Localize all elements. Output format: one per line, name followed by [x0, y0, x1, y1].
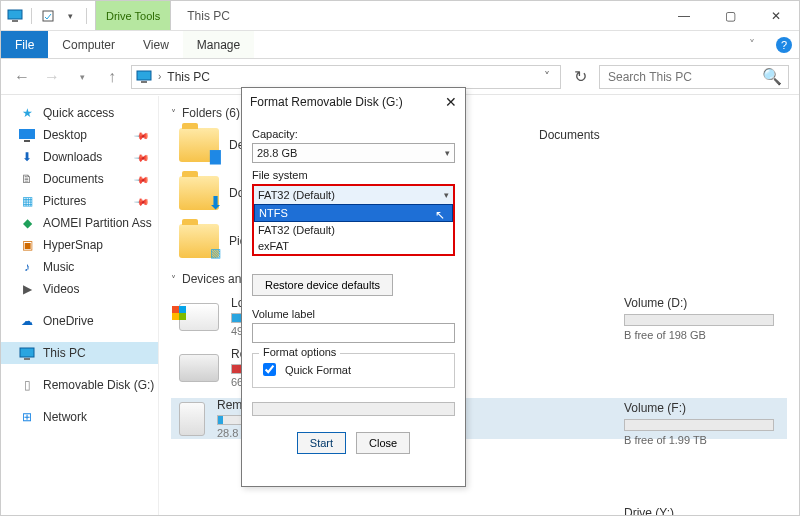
start-button[interactable]: Start [297, 432, 346, 454]
chevron-down-icon: ˅ [171, 108, 176, 119]
drive-icon [179, 303, 219, 331]
svg-rect-7 [20, 348, 34, 357]
properties-icon[interactable] [38, 6, 58, 26]
minimize-button[interactable]: — [661, 1, 707, 30]
folder-icon: ▧ [179, 224, 219, 258]
address-history-dropdown[interactable]: ˅ [538, 70, 556, 84]
app-icon: ▣ [19, 237, 35, 253]
address-bar[interactable]: › This PC ˅ [131, 65, 561, 89]
onedrive-icon: ☁ [19, 313, 35, 329]
network-icon: ⊞ [19, 409, 35, 425]
nav-desktop[interactable]: Desktop📌 [1, 124, 158, 146]
maximize-button[interactable]: ▢ [707, 1, 753, 30]
tab-manage[interactable]: Manage [183, 31, 254, 58]
fs-option-exfat[interactable]: exFAT [254, 238, 453, 254]
chevron-down-icon: ▾ [445, 148, 450, 158]
pin-icon: 📌 [134, 127, 150, 143]
volume-label-label: Volume label [252, 308, 455, 320]
folder-icon [179, 176, 219, 210]
forward-button[interactable]: → [41, 66, 63, 88]
nav-videos[interactable]: ▶ Videos [1, 278, 158, 300]
documents-icon: 🗎 [19, 171, 35, 187]
drive-icon [179, 354, 219, 382]
back-button[interactable]: ← [11, 66, 33, 88]
nav-downloads[interactable]: ⬇ Downloads📌 [1, 146, 158, 168]
recent-locations-dropdown[interactable]: ▾ [71, 66, 93, 88]
tab-view[interactable]: View [129, 31, 183, 58]
restore-defaults-button[interactable]: Restore device defaults [252, 274, 393, 296]
progress-bar [252, 402, 455, 416]
dialog-title-bar: Format Removable Disk (G:) ✕ [242, 88, 465, 116]
search-icon: 🔍 [762, 67, 782, 86]
nav-network[interactable]: ⊞ Network [1, 406, 158, 428]
format-options-legend: Format options [259, 346, 340, 358]
filesystem-label: File system [252, 169, 455, 181]
star-icon: ★ [19, 105, 35, 121]
tab-computer[interactable]: Computer [48, 31, 129, 58]
customize-qat-dropdown[interactable]: ▾ [60, 6, 80, 26]
filesystem-dropdown-list: NTFS ↖ FAT32 (Default) exFAT [252, 204, 455, 256]
title-bar: ▾ Drive Tools This PC — ▢ ✕ [1, 1, 799, 31]
nav-thispc[interactable]: This PC [1, 342, 158, 364]
thispc-icon [5, 6, 25, 26]
quick-format-checkbox[interactable]: Quick Format [259, 360, 448, 379]
ribbon-expand-icon[interactable]: ˅ [735, 31, 769, 58]
format-dialog: Format Removable Disk (G:) ✕ Capacity: 2… [241, 87, 466, 487]
thispc-icon [19, 345, 35, 361]
dialog-title: Format Removable Disk (G:) [250, 95, 403, 109]
right-drive-column: Volume (D:) B free of 198 GB Volume (F:)… [624, 96, 774, 515]
quick-access-toolbar: ▾ [1, 1, 95, 30]
up-button[interactable]: ↑ [101, 66, 123, 88]
filesystem-dropdown[interactable]: FAT32 (Default)▾ [252, 184, 455, 204]
dialog-close-button[interactable]: ✕ [445, 94, 457, 110]
usb-drive-icon: ▯ [19, 377, 35, 393]
breadcrumb-thispc[interactable]: This PC [167, 70, 210, 84]
svg-rect-0 [8, 10, 22, 19]
nav-onedrive[interactable]: ☁ OneDrive [1, 310, 158, 332]
fs-option-ntfs[interactable]: NTFS ↖ [254, 204, 453, 222]
chevron-right-icon: › [158, 71, 161, 82]
downloads-icon: ⬇ [19, 149, 35, 165]
tab-file[interactable]: File [1, 31, 48, 58]
close-button[interactable]: Close [356, 432, 410, 454]
desktop-icon [19, 127, 35, 143]
contextual-tab-drive-tools: Drive Tools [95, 1, 171, 30]
nav-removable[interactable]: ▯ Removable Disk (G:) [1, 374, 158, 396]
capacity-dropdown[interactable]: 28.8 GB▾ [252, 143, 455, 163]
nav-documents[interactable]: 🗎 Documents📌 [1, 168, 158, 190]
format-options-group: Format options Quick Format [252, 353, 455, 388]
nav-music[interactable]: ♪ Music [1, 256, 158, 278]
svg-rect-3 [137, 71, 151, 80]
nav-pictures[interactable]: ▦ Pictures📌 [1, 190, 158, 212]
svg-rect-5 [19, 129, 35, 139]
quick-format-input[interactable] [263, 363, 276, 376]
search-input[interactable] [606, 69, 756, 85]
fs-option-fat32[interactable]: FAT32 (Default) [254, 222, 453, 238]
volume-label-input[interactable] [252, 323, 455, 343]
svg-rect-1 [12, 20, 18, 22]
search-box[interactable]: 🔍 [599, 65, 789, 89]
pin-icon: 📌 [134, 149, 150, 165]
pin-icon: 📌 [134, 171, 150, 187]
close-button[interactable]: ✕ [753, 1, 799, 30]
usb-drive-icon [179, 402, 205, 436]
nav-quick-access[interactable]: ★ Quick access [1, 102, 158, 124]
nav-aomei[interactable]: ◆ AOMEI Partition Ass [1, 212, 158, 234]
chevron-down-icon: ▾ [444, 190, 449, 200]
help-button[interactable]: ? [769, 31, 799, 58]
cursor-icon: ↖ [435, 208, 445, 222]
window-title: This PC [171, 1, 246, 30]
pin-icon: 📌 [134, 193, 150, 209]
ribbon-tabs: File Computer View Manage ˅ ? [1, 31, 799, 59]
explorer-window: ▾ Drive Tools This PC — ▢ ✕ File Compute… [0, 0, 800, 516]
svg-rect-6 [24, 140, 30, 142]
chevron-down-icon: ˅ [171, 274, 176, 285]
svg-rect-4 [141, 81, 147, 83]
capacity-label: Capacity: [252, 128, 455, 140]
refresh-button[interactable]: ↻ [569, 67, 591, 86]
videos-icon: ▶ [19, 281, 35, 297]
app-icon: ◆ [19, 215, 35, 231]
thispc-icon [136, 70, 152, 83]
svg-rect-8 [24, 358, 30, 360]
nav-hypersnap[interactable]: ▣ HyperSnap [1, 234, 158, 256]
